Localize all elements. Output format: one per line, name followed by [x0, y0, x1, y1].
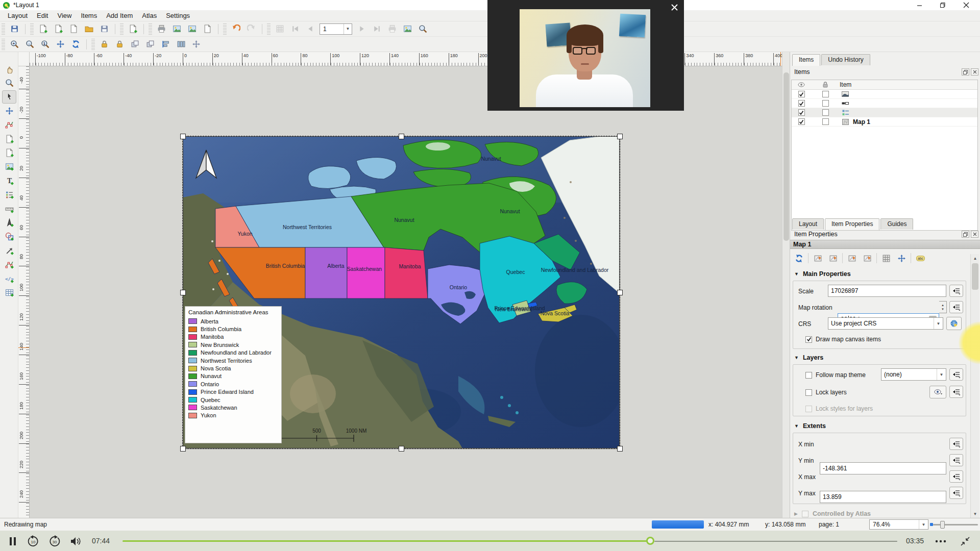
menu-settings[interactable]: Settings [161, 11, 194, 20]
section-extents[interactable]: ▼ Extents [790, 422, 826, 430]
properties-scrollbar[interactable]: ▲ ▼ [970, 254, 979, 518]
tab-items[interactable]: Items [792, 54, 820, 66]
next-feature-icon[interactable] [355, 22, 368, 36]
zoom-out-icon[interactable]: - [23, 38, 36, 51]
add-3d-map-icon[interactable] [2, 146, 16, 159]
add-map-icon[interactable] [2, 132, 16, 145]
atlas-settings-icon[interactable] [416, 22, 429, 36]
menu-add-item[interactable]: Add Item [102, 11, 137, 20]
map-theme-combo[interactable]: (none)▼ [881, 368, 946, 381]
extent-data-defined-icon[interactable] [949, 438, 963, 450]
save-project-icon[interactable] [8, 22, 21, 36]
volume-icon[interactable] [69, 535, 83, 548]
pause-button[interactable] [6, 535, 19, 548]
item-visibility-checkbox[interactable] [798, 109, 805, 116]
export-as-svg-icon[interactable] [185, 22, 199, 36]
scale-input[interactable]: 17026897 [828, 285, 946, 297]
menu-edit[interactable]: Edit [32, 11, 53, 20]
extent-data-defined-icon[interactable] [949, 470, 963, 483]
webcam-close-icon[interactable] [669, 2, 680, 12]
properties-close-icon[interactable] [971, 231, 978, 238]
last-feature-icon[interactable] [370, 22, 383, 36]
set-map-scale-to-canvas-icon[interactable] [845, 252, 859, 265]
items-close-icon[interactable] [971, 68, 978, 76]
extent-input-y-min[interactable]: 13.859 [820, 491, 946, 503]
legend-item[interactable]: Canadian Administrative Areas Alberta Br… [185, 306, 282, 443]
zoom-actual-icon[interactable]: 1 [38, 38, 52, 51]
print-layout-icon[interactable] [155, 22, 168, 36]
item-lock-checkbox[interactable] [822, 100, 829, 107]
ungroup-items-icon[interactable] [113, 38, 126, 51]
align-items-icon[interactable] [159, 38, 172, 51]
item-visibility-checkbox[interactable] [798, 100, 805, 107]
item-row[interactable] [792, 90, 977, 99]
menu-layout[interactable]: Layout [3, 11, 32, 20]
export-as-pdf-icon[interactable] [201, 22, 214, 36]
tab-undo-history[interactable]: Undo History [821, 54, 870, 65]
follow-map-theme-checkbox[interactable] [805, 372, 812, 379]
canvas-scrollbar[interactable] [782, 52, 790, 518]
export-atlas-icon[interactable] [401, 22, 414, 36]
item-row[interactable] [792, 99, 977, 108]
exit-fullscreen-icon[interactable] [959, 535, 972, 548]
add-picture-icon[interactable] [2, 160, 16, 173]
resize-items-icon[interactable] [189, 38, 203, 51]
extent-input-x-min[interactable]: -148.361 [820, 462, 946, 474]
distribute-items-icon[interactable] [174, 38, 187, 51]
item-lock-checkbox[interactable] [822, 91, 829, 97]
crs-select-globe-icon[interactable] [946, 317, 962, 330]
menu-view[interactable]: View [53, 11, 76, 20]
add-label-icon[interactable]: T [2, 174, 16, 187]
labeling-settings-icon[interactable]: abc [914, 252, 927, 265]
more-options-icon[interactable] [934, 535, 947, 548]
previous-feature-icon[interactable] [304, 22, 317, 36]
zoom-full-icon[interactable] [54, 38, 67, 51]
lock-layers-data-defined-icon[interactable] [949, 386, 963, 398]
selection-handle[interactable] [180, 446, 186, 452]
atlas-page-spinbox[interactable]: 1 ▼ [320, 23, 352, 35]
tab-item-properties[interactable]: Item Properties [825, 218, 879, 230]
tab-guides[interactable]: Guides [880, 218, 913, 230]
menu-items[interactable]: Items [76, 11, 102, 20]
add-scalebar-icon[interactable] [2, 202, 16, 215]
add-node-item-icon[interactable] [2, 258, 16, 271]
zoom-slider-handle[interactable] [940, 521, 945, 529]
new-report-icon[interactable] [126, 22, 139, 36]
item-visibility-checkbox[interactable] [798, 91, 805, 97]
properties-float-icon[interactable] [962, 231, 969, 238]
item-lock-checkbox[interactable] [822, 118, 829, 125]
section-main-properties[interactable]: ▼ Main Properties [790, 270, 851, 278]
first-feature-icon[interactable] [288, 22, 302, 36]
section-controlled-by-atlas[interactable]: ▶ Controlled by Atlas [790, 510, 871, 517]
add-html-icon[interactable]: </> [2, 272, 16, 285]
add-north-arrow-icon[interactable] [2, 216, 16, 229]
pan-tool-icon[interactable] [2, 62, 16, 76]
item-row[interactable] [792, 108, 977, 117]
rewind-10-button[interactable]: 10 [27, 535, 40, 548]
selection-handle[interactable] [399, 134, 404, 139]
layout-manager-icon[interactable] [67, 22, 80, 36]
raise-selected-icon[interactable] [128, 38, 141, 51]
item-row[interactable]: Map 1 [792, 117, 977, 127]
selection-handle[interactable] [180, 134, 186, 139]
restore-button[interactable] [935, 1, 950, 9]
progress-remaining[interactable] [654, 541, 897, 542]
selection-handle[interactable] [180, 290, 186, 295]
move-map-content-icon[interactable] [895, 252, 908, 265]
zoom-tool-icon[interactable] [2, 76, 16, 89]
item-visibility-checkbox[interactable] [798, 118, 805, 125]
set-canvas-scale-to-map-icon[interactable] [861, 252, 874, 265]
add-items-from-template-icon[interactable] [82, 22, 95, 36]
rotation-data-defined-icon[interactable] [949, 301, 963, 313]
scale-data-defined-icon[interactable] [949, 285, 963, 297]
selection-handle[interactable] [617, 134, 623, 139]
add-arrow-icon[interactable] [2, 244, 16, 257]
layers-eye-icon[interactable] [929, 386, 946, 398]
crs-combo[interactable]: Use project CRS▼ [828, 317, 943, 330]
print-atlas-icon[interactable] [385, 22, 399, 36]
save-as-template-icon[interactable] [97, 22, 111, 36]
items-float-icon[interactable] [962, 68, 969, 76]
select-move-item-icon[interactable] [2, 90, 16, 104]
zoom-slider[interactable] [933, 524, 978, 525]
group-items-icon[interactable] [97, 38, 111, 51]
